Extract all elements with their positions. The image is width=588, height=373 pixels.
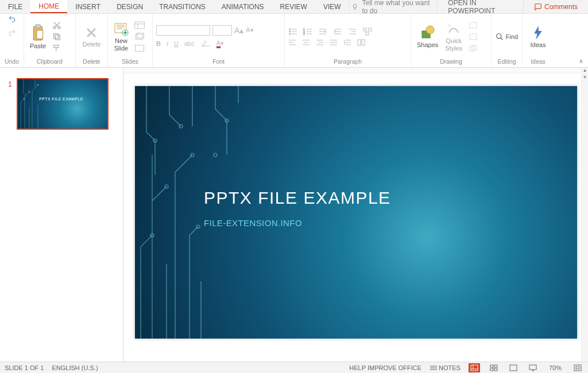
svg-rect-13 [136, 45, 144, 51]
thumb-number: 1 [8, 80, 12, 88]
bullets-icon[interactable] [288, 28, 297, 36]
align-right-icon[interactable] [316, 39, 324, 46]
smart-art-icon[interactable] [363, 28, 372, 36]
group-drawing: Shapes Quick Styles Drawing [411, 14, 492, 67]
undo-icon[interactable] [7, 15, 17, 23]
slide-canvas[interactable]: PPTX FILE EXAMPLE FILE-EXTENSION.INFO [135, 86, 577, 339]
grow-font-icon[interactable]: A▴ [234, 26, 243, 35]
status-improve-link[interactable]: HELP IMPROVE OFFICE [349, 364, 421, 371]
copy-icon[interactable] [51, 32, 63, 41]
columns-icon[interactable] [357, 39, 365, 46]
fit-to-window-icon[interactable] [572, 363, 583, 372]
strikethrough-button[interactable]: abc [184, 40, 195, 47]
tab-transitions[interactable]: TRANSITIONS [151, 0, 214, 13]
group-delete: Delete Delete [76, 14, 108, 67]
shapes-button[interactable]: Shapes [415, 18, 440, 55]
ideas-button[interactable]: Ideas [528, 18, 548, 55]
text-direction-icon[interactable] [348, 28, 357, 36]
tab-insert[interactable]: INSERT [67, 0, 109, 13]
slide-title[interactable]: PPTX FILE EXAMPLE [204, 188, 391, 208]
notes-toggle[interactable]: NOTES [430, 364, 461, 371]
ideas-group-label: Ideas [526, 58, 550, 66]
svg-rect-50 [574, 365, 581, 371]
status-language[interactable]: ENGLISH (U.S.) [52, 364, 98, 371]
numbering-icon[interactable]: 123 [303, 28, 312, 36]
comments-label: Comments [544, 3, 578, 11]
view-normal-icon[interactable] [469, 363, 480, 372]
shrink-font-icon[interactable]: A▾ [246, 26, 253, 34]
tab-animations[interactable]: ANIMATIONS [214, 0, 272, 13]
align-center-icon[interactable] [302, 39, 310, 46]
find-label: Find [506, 33, 518, 40]
scroll-down-icon[interactable]: ▼ [582, 75, 588, 81]
collapse-ribbon-icon[interactable]: ∧ [579, 57, 583, 65]
svg-rect-45 [494, 365, 497, 367]
paste-icon [30, 24, 45, 41]
slide-thumbnail-pane: 1 PPTX FILE EXAMPLE [0, 68, 123, 362]
justify-icon[interactable] [330, 39, 338, 46]
italic-button[interactable]: I [167, 40, 168, 47]
font-family-select[interactable] [156, 25, 210, 36]
tab-view[interactable]: VIEW [315, 0, 349, 13]
line-spacing-icon[interactable] [343, 39, 351, 46]
comments-button[interactable]: Comments [523, 0, 588, 13]
new-slide-button[interactable]: New Slide [111, 18, 131, 55]
redo-icon[interactable] [7, 29, 17, 37]
lightbulb-icon [351, 3, 358, 10]
delete-button[interactable]: Delete [80, 18, 103, 55]
workspace: 1 PPTX FILE EXAMPLE PPTX FILE EXAMPLE FI… [0, 68, 588, 362]
svg-point-42 [214, 153, 217, 157]
group-editing: Find Editing [492, 14, 523, 67]
tell-me-placeholder: Tell me what you want to do [362, 0, 431, 15]
svg-point-16 [289, 33, 291, 34]
tab-home[interactable]: HOME [30, 0, 67, 13]
hide-slide-icon[interactable] [133, 44, 146, 53]
svg-rect-6 [55, 35, 60, 40]
decrease-indent-icon[interactable] [318, 28, 327, 36]
duplicate-slide-icon[interactable] [133, 32, 146, 41]
zoom-value[interactable]: 70% [547, 364, 564, 371]
status-slide-counter: SLIDE 1 OF 1 [5, 364, 44, 371]
view-sorter-icon[interactable] [488, 363, 500, 372]
tab-file[interactable]: FILE [0, 0, 30, 13]
slides-group-label: Slides [111, 58, 149, 66]
scroll-up-icon[interactable]: ▲ [582, 68, 588, 75]
paste-button[interactable]: Paste [28, 18, 48, 55]
arrange-icon[interactable] [467, 44, 479, 53]
cut-icon[interactable] [51, 21, 63, 30]
increase-indent-icon[interactable] [333, 28, 342, 36]
svg-point-15 [289, 30, 291, 32]
tell-me-search[interactable]: Tell me what you want to do [349, 0, 437, 13]
shape-outline-icon[interactable] [467, 32, 479, 41]
format-painter-icon[interactable] [51, 44, 63, 53]
new-slide-icon [114, 21, 129, 36]
underline-button[interactable]: U [174, 40, 179, 47]
slide-thumbnail-1[interactable]: PPTX FILE EXAMPLE [17, 78, 109, 130]
tab-design[interactable]: DESIGN [109, 0, 151, 13]
delete-label: Delete [83, 41, 101, 48]
quick-styles-label: Quick Styles [445, 37, 462, 51]
find-button[interactable]: Find [493, 33, 520, 41]
font-size-select[interactable] [212, 25, 232, 36]
font-color-button[interactable]: A▾ [216, 40, 224, 47]
shape-fill-icon[interactable] [467, 21, 479, 30]
svg-rect-11 [136, 34, 142, 39]
slide-subtitle[interactable]: FILE-EXTENSION.INFO [204, 218, 302, 228]
paragraph-group-label: Paragraph [288, 58, 407, 66]
status-bar: SLIDE 1 OF 1 ENGLISH (U.S.) HELP IMPROVE… [0, 362, 588, 373]
svg-rect-24 [362, 40, 365, 45]
view-reading-icon[interactable] [508, 363, 519, 372]
quick-styles-button[interactable]: Quick Styles [443, 18, 465, 55]
view-slideshow-icon[interactable] [527, 363, 539, 372]
align-left-icon[interactable] [288, 39, 296, 46]
tab-review[interactable]: REVIEW [272, 0, 315, 13]
highlight-button[interactable] [200, 39, 211, 48]
new-slide-label: New Slide [114, 37, 128, 51]
svg-rect-23 [358, 40, 361, 45]
layout-icon[interactable] [133, 21, 146, 30]
bold-button[interactable]: B [156, 40, 161, 47]
open-in-powerpoint[interactable]: OPEN IN POWERPOINT [438, 0, 523, 13]
ribbon: Undo Paste Clipboard [0, 14, 588, 68]
vertical-scrollbar[interactable]: ▲ ▼ [581, 68, 588, 362]
comment-icon [534, 3, 542, 11]
